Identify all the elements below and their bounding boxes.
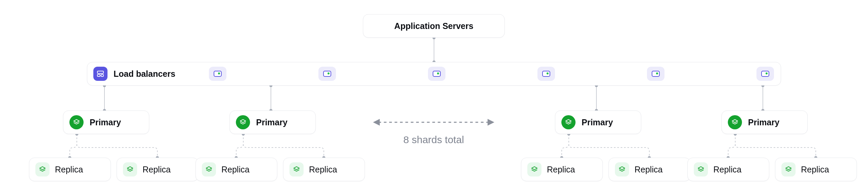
architecture-diagram: Application Servers Load balancers [0,0,868,193]
svg-marker-28 [373,119,380,126]
replica-node: Replica [117,158,198,181]
replica-label: Replica [634,165,662,174]
primary-node: Primary [721,110,808,134]
load-balancer-instance-icon [428,67,445,81]
replica-label: Replica [309,165,337,174]
load-balancer-instance-icon [647,67,664,81]
load-balancers-header: Load balancers [93,67,175,81]
load-balancer-icon [93,67,107,81]
database-icon [202,162,216,176]
load-balancers-label: Load balancers [114,69,175,79]
application-servers-node: Application Servers [363,14,505,38]
application-servers-label: Application Servers [394,21,473,31]
replica-node: Replica [283,158,365,181]
shards-total-label: 8 shards total [373,134,494,146]
replica-node: Replica [29,158,111,181]
load-balancer-instance-icon [537,67,555,81]
database-icon [236,115,250,129]
database-icon [694,162,708,176]
primary-label: Primary [90,118,121,127]
replica-label: Replica [221,165,249,174]
primary-node: Primary [63,110,149,134]
svg-marker-29 [488,119,494,126]
load-balancer-instance-icon [318,67,336,81]
database-icon [527,162,541,176]
database-icon [289,162,304,176]
replica-label: Replica [713,165,741,174]
replica-label: Replica [55,165,83,174]
database-icon [35,162,50,176]
load-balancer-instance-icon [756,67,774,81]
replica-node: Replica [687,158,769,181]
replica-label: Replica [547,165,575,174]
primary-label: Primary [256,118,287,127]
replica-label: Replica [143,165,170,174]
primary-label: Primary [748,118,779,127]
primary-node: Primary [229,110,316,134]
replica-node: Replica [609,158,690,181]
svg-rect-31 [97,74,100,76]
load-balancer-instance-icon [209,67,226,81]
database-icon [561,115,576,129]
svg-rect-30 [97,71,103,73]
load-balancer-instances [179,67,774,81]
database-icon [123,162,137,176]
primary-node: Primary [555,110,641,134]
database-icon [69,115,84,129]
replica-label: Replica [801,165,829,174]
database-icon [728,115,742,129]
load-balancers-node: Load balancers [87,62,781,86]
replica-node: Replica [195,158,277,181]
replica-node: Replica [775,158,857,181]
database-icon [615,162,629,176]
primary-label: Primary [582,118,613,127]
database-icon [781,162,796,176]
replica-node: Replica [521,158,603,181]
svg-rect-32 [101,74,103,76]
